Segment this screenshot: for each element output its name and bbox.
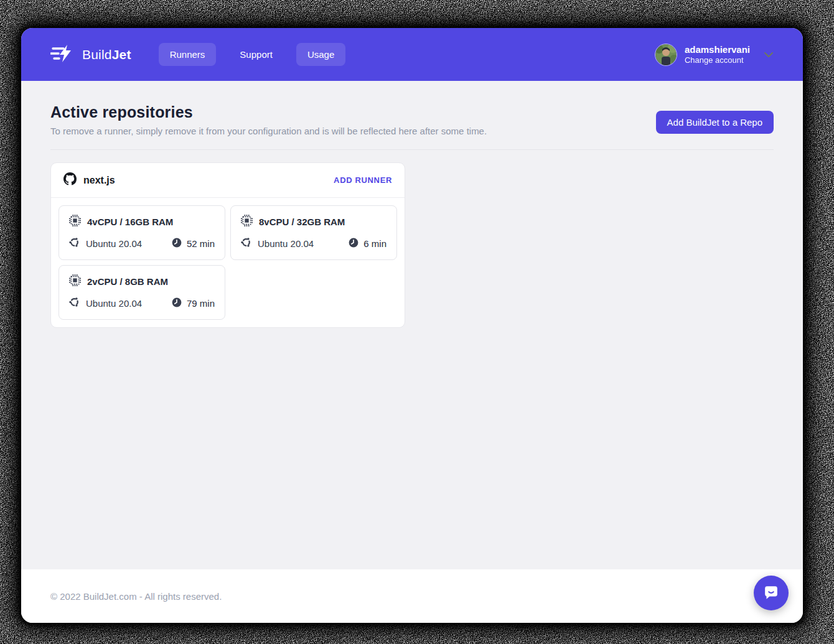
clock-icon — [172, 297, 182, 310]
buildjet-logo[interactable]: BuildJet — [50, 45, 131, 65]
chat-bubble-icon — [762, 583, 780, 604]
page-head: Active repositories To remove a runner, … — [50, 103, 774, 136]
account-text: adamshiervani Change account — [685, 44, 750, 65]
runner-card: 8vCPU / 32GB RAM Ubuntu 20.04 — [230, 205, 397, 260]
chevron-down-icon[interactable] — [764, 52, 774, 58]
nav-item-support[interactable]: Support — [228, 43, 284, 66]
main-content: Active repositories To remove a runner, … — [21, 81, 803, 569]
runner-os: Ubuntu 20.04 — [86, 238, 142, 249]
divider — [50, 149, 774, 150]
footer: © 2022 BuildJet.com - All rights reserve… — [21, 569, 803, 623]
page-subtitle: To remove a runner, simply remove it fro… — [50, 126, 487, 136]
account-menu[interactable]: adamshiervani Change account — [655, 44, 774, 66]
buildjet-bolt-icon — [50, 45, 75, 65]
nav-item-usage[interactable]: Usage — [296, 43, 345, 66]
runner-os: Ubuntu 20.04 — [86, 298, 142, 309]
ubuntu-icon — [241, 237, 251, 250]
runner-os: Ubuntu 20.04 — [258, 238, 314, 249]
runner-card: 2vCPU / 8GB RAM Ubuntu 20.04 — [59, 265, 225, 320]
main-nav: Runners Support Usage — [159, 43, 346, 66]
chat-launcher-button[interactable] — [754, 576, 789, 610]
runner-specs: 8vCPU / 32GB RAM — [259, 217, 345, 227]
runner-specs: 4vCPU / 16GB RAM — [87, 217, 173, 227]
page-head-text: Active repositories To remove a runner, … — [50, 103, 487, 136]
runner-time: 79 min — [187, 298, 215, 309]
brand-name: BuildJet — [82, 47, 131, 62]
ubuntu-icon — [69, 297, 80, 310]
clock-icon — [172, 238, 182, 250]
cpu-chip-icon — [241, 215, 253, 229]
repo-name: next.js — [83, 175, 115, 186]
runner-time: 52 min — [187, 238, 215, 249]
account-username: adamshiervani — [685, 44, 750, 56]
cpu-chip-icon — [69, 215, 81, 229]
copyright-text: © 2022 BuildJet.com - All rights reserve… — [50, 591, 222, 602]
avatar — [655, 44, 677, 66]
repo-card: next.js ADD RUNNER — [50, 162, 405, 328]
runner-specs: 2vCPU / 8GB RAM — [87, 276, 168, 287]
runner-card: 4vCPU / 16GB RAM Ubuntu 20.04 — [59, 205, 225, 260]
navbar: BuildJet Runners Support Usage — [21, 28, 803, 81]
app-window: BuildJet Runners Support Usage — [21, 28, 803, 623]
page-title: Active repositories — [50, 103, 487, 121]
cpu-chip-icon — [69, 274, 81, 289]
add-runner-link[interactable]: ADD RUNNER — [334, 175, 392, 185]
account-change-link[interactable]: Change account — [685, 55, 750, 65]
repo-card-header: next.js ADD RUNNER — [51, 163, 405, 198]
nav-item-runners[interactable]: Runners — [159, 43, 217, 66]
ubuntu-icon — [69, 237, 80, 250]
github-icon — [63, 172, 77, 188]
add-buildjet-to-repo-button[interactable]: Add BuildJet to a Repo — [656, 111, 774, 134]
clock-icon — [349, 238, 358, 250]
runner-time: 6 min — [363, 238, 387, 249]
runner-grid: 4vCPU / 16GB RAM Ubuntu 20.04 — [51, 198, 405, 327]
